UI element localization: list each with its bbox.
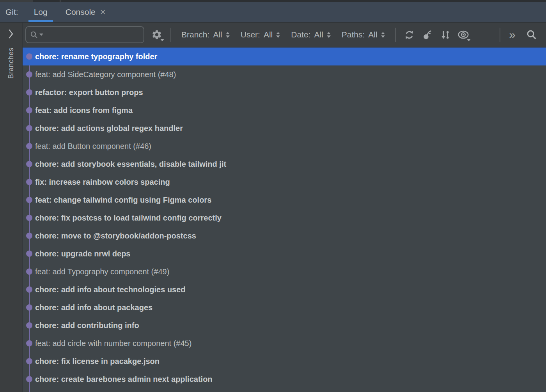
commit-row[interactable]: chore: upgrade nrwl deps bbox=[23, 245, 546, 263]
filter-label: Branch: bbox=[181, 30, 209, 39]
filter-value: All bbox=[368, 30, 377, 39]
commit-row[interactable]: chore: add actions global regex handler bbox=[23, 119, 546, 137]
commit-message: chore: create barebones admin next appli… bbox=[35, 375, 213, 384]
filter-paths[interactable]: Paths:All bbox=[342, 30, 385, 39]
commit-message: chore: fix postcss to load tailwind conf… bbox=[35, 214, 222, 222]
log-filters: Branch:AllUser:AllDate:AllPaths:All bbox=[176, 30, 390, 39]
commit-message: feat: change tailwind config using Figma… bbox=[35, 196, 211, 205]
commit-node-icon bbox=[26, 215, 32, 221]
commit-row[interactable]: chore: add info about packages bbox=[23, 298, 546, 316]
branches-sidebar-stripe: Branches bbox=[0, 23, 23, 392]
commit-message: chore: upgrade nrwl deps bbox=[35, 249, 130, 258]
commit-row[interactable]: chore: add info about technologies used bbox=[23, 281, 546, 298]
log-content: Branch:AllUser:AllDate:AllPaths:All bbox=[23, 23, 546, 392]
tool-window-tabbar: Git: Log Console × bbox=[0, 2, 546, 23]
commit-node-icon bbox=[26, 286, 32, 293]
close-icon[interactable]: × bbox=[100, 7, 106, 17]
commit-message: chore: add info about packages bbox=[35, 303, 152, 312]
commit-node-icon bbox=[26, 53, 32, 60]
commit-message: chore: fix license in pacakge.json bbox=[35, 357, 160, 366]
intellisort-button[interactable] bbox=[438, 28, 452, 42]
commit-row[interactable]: chore: fix license in pacakge.json bbox=[23, 352, 546, 370]
commit-row[interactable]: chore: add storybook essentials, disable… bbox=[23, 155, 546, 173]
eye-icon bbox=[457, 30, 470, 39]
search-input[interactable] bbox=[44, 30, 140, 39]
refresh-icon bbox=[404, 30, 415, 40]
commit-list: chore: rename typography folderfeat: add… bbox=[23, 47, 546, 392]
commit-node-icon bbox=[26, 179, 32, 185]
commit-message: feat: add icons from figma bbox=[35, 106, 133, 115]
commit-row[interactable]: feat: add icons from figma bbox=[23, 101, 546, 119]
commit-node-icon bbox=[26, 340, 32, 346]
search-field[interactable] bbox=[25, 26, 144, 43]
toolbar-separator bbox=[170, 28, 171, 42]
commit-row[interactable]: feat: add circle with number component (… bbox=[23, 334, 546, 352]
commit-node-icon bbox=[26, 358, 32, 364]
commit-row[interactable]: chore: add contributing info bbox=[23, 316, 546, 334]
search-history-caret-icon[interactable] bbox=[39, 34, 43, 36]
commit-node-icon bbox=[26, 233, 32, 239]
commit-row[interactable]: fix: increase rainbow colors spacing bbox=[23, 173, 546, 191]
tab-console[interactable]: Console × bbox=[60, 2, 111, 22]
commit-row[interactable]: feat: add SideCategory component (#48) bbox=[23, 65, 546, 83]
filter-value: All bbox=[314, 30, 323, 39]
commit-node-icon bbox=[26, 143, 32, 149]
filter-spinner-icon bbox=[276, 32, 280, 38]
filter-label: Date: bbox=[291, 30, 310, 39]
find-icon bbox=[526, 29, 537, 40]
commit-message: fix: increase rainbow colors spacing bbox=[35, 178, 170, 187]
commit-node-icon bbox=[26, 197, 32, 203]
filter-spinner-icon bbox=[226, 32, 230, 38]
git-group-label: Git: bbox=[5, 2, 18, 22]
commit-row[interactable]: chore: move to @storybook/addon-postcss bbox=[23, 227, 546, 245]
commit-message: feat: add Typography component (#49) bbox=[35, 267, 169, 276]
commit-node-icon bbox=[26, 376, 32, 382]
commit-node-icon bbox=[26, 125, 32, 131]
toolbar-separator bbox=[500, 28, 500, 42]
commit-message: feat: add Button component (#46) bbox=[35, 142, 151, 151]
filter-branch[interactable]: Branch:All bbox=[181, 30, 230, 39]
filter-value: All bbox=[264, 30, 273, 39]
git-log-tool-window: Git: Log Console × Branches bbox=[0, 0, 546, 392]
commit-node-icon bbox=[26, 268, 32, 275]
commit-row[interactable]: feat: add Typography component (#49) bbox=[23, 263, 546, 281]
commit-row[interactable]: chore: fix postcss to load tailwind conf… bbox=[23, 209, 546, 227]
log-toolbar: Branch:AllUser:AllDate:AllPaths:All bbox=[23, 23, 546, 47]
commit-row[interactable]: refactor: export button props bbox=[23, 83, 546, 101]
sidebar-item-branches[interactable]: Branches bbox=[7, 48, 15, 79]
commit-row[interactable]: feat: change tailwind config using Figma… bbox=[23, 191, 546, 209]
filter-spinner-icon bbox=[381, 32, 385, 38]
commit-node-icon bbox=[26, 71, 32, 78]
sort-arrow-icon bbox=[440, 30, 450, 40]
chevron-right-icon[interactable] bbox=[8, 29, 14, 41]
commit-row[interactable]: chore: rename typography folder bbox=[23, 48, 546, 65]
gear-icon bbox=[151, 29, 162, 40]
commit-message: refactor: export button props bbox=[35, 88, 143, 97]
toolbar-separator bbox=[395, 28, 396, 42]
filter-user[interactable]: User:All bbox=[241, 30, 280, 39]
view-options-button[interactable] bbox=[456, 28, 470, 42]
commit-message: feat: add SideCategory component (#48) bbox=[35, 70, 176, 79]
commit-node-icon bbox=[26, 251, 32, 257]
find-button[interactable] bbox=[525, 28, 539, 42]
commit-node-icon bbox=[26, 107, 32, 113]
more-actions-button[interactable]: » bbox=[505, 29, 519, 41]
commit-row[interactable]: chore: create barebones admin next appli… bbox=[23, 370, 546, 388]
filter-date[interactable]: Date:All bbox=[291, 30, 331, 39]
commit-node-icon bbox=[26, 89, 32, 95]
filter-label: Paths: bbox=[342, 30, 365, 39]
commit-node-icon bbox=[26, 322, 32, 328]
commit-row[interactable]: feat: add Button component (#46) bbox=[23, 137, 546, 155]
filter-spinner-icon bbox=[327, 32, 331, 38]
refresh-button[interactable] bbox=[402, 28, 417, 42]
commit-message: chore: rename typography folder bbox=[35, 52, 157, 61]
settings-button[interactable] bbox=[150, 28, 164, 42]
cherry-pick-button[interactable] bbox=[420, 28, 434, 42]
commit-message: feat: add circle with number component (… bbox=[35, 339, 191, 348]
commit-node-icon bbox=[26, 304, 32, 311]
tab-log[interactable]: Log bbox=[28, 2, 53, 22]
view-options-caret-icon bbox=[467, 39, 471, 41]
commit-message: chore: add actions global regex handler bbox=[35, 124, 183, 133]
commit-message: chore: add info about technologies used bbox=[35, 285, 186, 294]
commit-node-icon bbox=[26, 161, 32, 167]
